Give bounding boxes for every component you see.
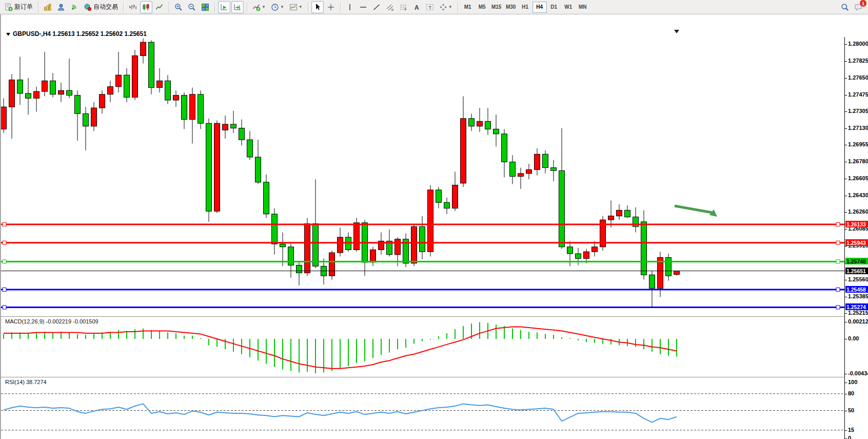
timeframe-mn-button[interactable]: MN [576,2,590,13]
dropdown-arrow-icon[interactable]: ▼ [280,5,284,9]
symbol-quote-text: GBPUSD-,H4 1.25613 1.25652 1.25602 1.256… [13,30,147,37]
zoom-out-button[interactable] [186,1,198,13]
rsi-indicator-label: RSI(14) 38.7274 [5,379,47,385]
candlestick-chart-button[interactable] [140,1,152,13]
templates-button[interactable]: ▼ [287,1,305,13]
text-label-button[interactable]: T [424,1,436,13]
fibo-icon: F [399,3,407,11]
search-button[interactable] [839,1,851,13]
dropdown-arrow-icon[interactable]: ▼ [299,5,303,9]
chart-title: GBPUSD-,H4 1.25613 1.25652 1.25602 1.256… [6,30,147,37]
trendline-button[interactable] [370,1,383,13]
notifications-button[interactable]: 1 [852,1,864,13]
timeframe-d1-button[interactable]: D1 [547,2,561,13]
horizontal-line-button[interactable] [357,1,369,13]
profile-button[interactable] [55,1,67,13]
axis-tick [845,196,847,196]
macd-histogram [4,322,677,373]
svg-text:T: T [428,5,431,10]
price-tick-label: 1.26260 [848,208,868,215]
axis-tick [845,111,847,112]
tile-icon [201,3,209,11]
dropdown-arrow-icon[interactable]: ▼ [262,5,266,9]
vertical-line-button[interactable] [344,1,356,13]
rsi-canvas[interactable] [1,378,844,439]
price-tick-label: 1.26430 [848,192,868,198]
price-line-badge: 1.26133 [845,221,868,227]
indicators-icon [252,3,261,11]
text-button[interactable]: A [410,1,423,13]
price-tick-label: 1.27475 [848,91,868,98]
arrows-button[interactable]: ▼ [437,1,455,13]
bar-chart-button[interactable] [127,1,139,13]
toolbar-separator [247,2,247,12]
toolbar-separator [340,2,341,12]
rsi-levels [1,394,844,430]
chart-window: GBPUSD-,H4 1.25613 1.25652 1.25602 1.256… [0,14,868,439]
price-line-badge: 1.25651 [845,268,868,274]
down-arrow-object[interactable] [675,206,717,217]
zoom-in-button[interactable] [172,1,185,13]
chevron-down-icon[interactable] [6,33,10,36]
shift-icon [233,3,242,11]
timeframe-m1-button[interactable]: M1 [461,2,475,13]
axis-tick [845,411,847,411]
cursor-button[interactable] [311,1,324,13]
price-line-badge: 1.25274 [845,303,868,310]
price-tick-label: 1.27650 [848,74,868,81]
vline-icon [346,3,354,11]
indicators-button[interactable]: ▼ [250,1,268,13]
timeframe-w1-button[interactable]: W1 [561,2,576,13]
signal-icon [70,3,78,11]
autotrade-icon [84,3,92,11]
dropdown-arrow-icon[interactable]: ▼ [448,5,452,9]
macd-tick-label: 0.002121 [848,318,868,325]
price-tick-label: 1.25385 [848,293,868,299]
auto-scroll-button[interactable] [218,1,230,13]
toolbar-separator [308,2,308,12]
zoom-out-icon [188,3,196,11]
axis-tick [845,394,847,394]
axis-tick [845,229,847,230]
signals-button[interactable] [68,1,81,13]
axis-tick [845,339,847,339]
market-watch-button[interactable] [42,1,54,13]
axis-tick [845,128,847,129]
toolbar-separator [458,2,458,12]
channel-button[interactable]: E [384,1,396,13]
axis-tick [845,61,847,62]
chart-bars-icon [129,3,137,11]
timeframe-h4-button[interactable]: H4 [532,2,547,13]
periods-icon [271,3,279,11]
axis-tick [845,383,847,383]
chart-shift-marker-icon[interactable] [674,30,679,33]
rsi-line [4,404,677,422]
timeframe-m30-button[interactable]: M30 [504,2,518,13]
macd-canvas[interactable] [1,317,844,377]
svg-text:A: A [415,4,419,11]
svg-text:F: F [404,8,406,11]
fibonacci-button[interactable]: F [397,1,409,13]
axis-tick [845,246,847,246]
timeframe-m15-button[interactable]: M15 [489,2,504,13]
autotrading-button[interactable]: 自动交易 [82,1,120,13]
chart-shift-button[interactable] [231,1,244,13]
svg-text:E: E [391,8,393,11]
tile-windows-button[interactable] [199,1,211,13]
axis-tick [845,212,847,213]
axis-tick [845,44,847,45]
toolbar-separator [38,2,38,12]
timeframe-h1-button[interactable]: H1 [518,2,532,13]
top-toolbar: 新订单自动交易▼▼▼EFAT▼M1M5M15M30H1H4D1W1MN1 [0,0,868,14]
new-order-button[interactable]: 新订单 [3,1,35,13]
periods-button[interactable]: ▼ [269,1,286,13]
price-chart-canvas[interactable] [1,37,844,316]
crosshair-button[interactable] [325,1,337,13]
chart-candles-icon [142,3,150,11]
chart-line-icon [155,3,164,11]
timeframe-m5-button[interactable]: M5 [475,2,489,13]
price-axis[interactable]: 1.280001.278251.276501.274751.273051.271… [844,37,868,439]
macd-tick-label: -0.004348 [848,370,868,376]
line-chart-button[interactable] [153,1,166,13]
templates-icon [289,3,298,11]
